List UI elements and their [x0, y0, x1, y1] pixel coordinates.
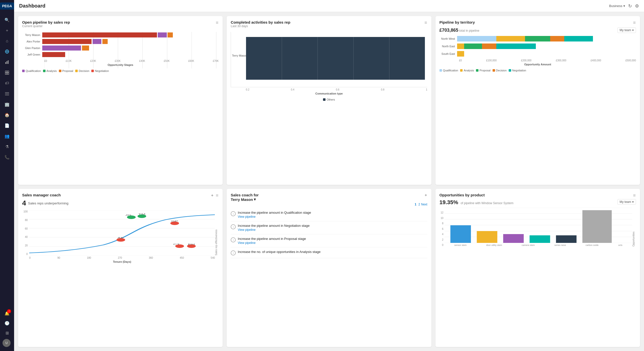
- user-avatar[interactable]: U: [3, 339, 11, 347]
- next-link[interactable]: Next: [421, 203, 427, 206]
- y-label: 40: [22, 236, 28, 238]
- coaching-text: Increase the pipeline amount in Proposal…: [238, 237, 306, 241]
- bar-jeff-green: Jeff Green: [22, 52, 219, 57]
- legend-color: [493, 69, 495, 72]
- card-pipeline-territory: Pipeline by territory ≡ £703,865 total i…: [435, 16, 640, 185]
- y-label: 12: [439, 211, 444, 214]
- opp-team-selector[interactable]: My team ▾: [617, 199, 636, 205]
- coach-count: 4: [22, 199, 26, 207]
- legend-negotiation: Negotiation: [509, 69, 526, 72]
- territory-chart: North West North East: [439, 36, 636, 57]
- sidebar-icon-list[interactable]: [3, 89, 12, 98]
- team-label: My team: [620, 200, 631, 204]
- opp-title: Opportunities by product: [439, 193, 485, 197]
- open-pipeline-menu[interactable]: ≡: [216, 20, 219, 25]
- rep-name: Terry Mason: [231, 197, 253, 202]
- sidebar-icon-clock[interactable]: 🕐: [3, 319, 12, 328]
- info-icon: i: [231, 211, 236, 216]
- bar-track: [42, 52, 219, 57]
- sidebar-icon-bell[interactable]: 🔔 7: [3, 309, 12, 318]
- territory-bar: [457, 36, 636, 41]
- page-2-link[interactable]: 2: [418, 203, 420, 206]
- business-selector[interactable]: Business ▾: [609, 4, 625, 8]
- pipeline-total-label: total in pipeline: [459, 29, 479, 32]
- x-label: sensor stem: [454, 244, 467, 246]
- x-label: £100,000: [486, 59, 497, 62]
- pipeline-total: £703,865: [439, 28, 458, 33]
- legend-color: [509, 69, 511, 72]
- legend-color: [91, 70, 94, 72]
- sidebar-icon-building[interactable]: 🏢: [3, 100, 12, 109]
- opp-menu[interactable]: ≡: [633, 193, 636, 198]
- sidebar-icon-people[interactable]: 👥: [3, 131, 12, 141]
- completed-legend: Others: [231, 98, 427, 101]
- legend-label: Negotiation: [95, 69, 109, 72]
- bar-terry-mason: Terry Mason: [22, 32, 219, 37]
- x-label: £30K: [115, 60, 120, 62]
- sidebar-icon-flask[interactable]: ⚗: [3, 142, 12, 151]
- sidebar-icon-grid[interactable]: [3, 68, 12, 77]
- x-label: 1: [426, 88, 427, 91]
- sidebar-icon-globe[interactable]: [3, 47, 12, 56]
- x-label: £20K: [90, 60, 96, 62]
- team-selector[interactable]: My team ▾: [617, 27, 636, 33]
- view-pipeline-link[interactable]: View pipeline: [238, 241, 306, 245]
- territory-north-west: North West: [439, 36, 636, 41]
- svg-rect-7: [7, 71, 9, 72]
- coach-header: 4 Sales reps underperforming: [22, 199, 219, 207]
- sidebar: PEGA 🔍 ＋ ⌂ 🏷 🏢 🏠 📄 👥 ⚗ 📞 🔔 7 🕐 ⊞ U: [0, 0, 14, 351]
- territory-segment: [496, 43, 536, 49]
- coach-menu[interactable]: ≡: [216, 193, 219, 198]
- coach-for-name[interactable]: Terry Mason ▾: [231, 197, 259, 202]
- pipeline-territory-menu[interactable]: ≡: [633, 20, 636, 25]
- y-label: 8: [439, 222, 444, 225]
- close-icon[interactable]: ✦: [424, 193, 427, 198]
- page-1-link[interactable]: 1: [415, 203, 417, 206]
- coach-settings-icon[interactable]: ✦: [211, 193, 214, 198]
- sidebar-icon-house[interactable]: 🏠: [3, 110, 12, 119]
- pipeline-territory-title: Pipeline by territory: [439, 20, 475, 24]
- rep-label: Alex Porter: [22, 40, 42, 43]
- sidebar-icon-search[interactable]: 🔍: [3, 15, 12, 24]
- legend-label: Qualification: [443, 69, 458, 72]
- territory-south-east: South East: [439, 51, 636, 57]
- legend-proposal: Proposal: [59, 69, 73, 72]
- sidebar-icon-barchart[interactable]: [3, 58, 12, 67]
- sidebar-icon-phone[interactable]: 📞: [3, 153, 12, 162]
- rep-label: Jeff Green: [22, 53, 42, 56]
- refresh-icon[interactable]: ↻: [628, 3, 632, 9]
- svg-rect-6: [5, 71, 7, 72]
- coaching-item-2: i Increase the pipeline amount in Negoti…: [231, 221, 427, 234]
- legend-qualification: Qualification: [439, 69, 458, 72]
- territory-segment: [525, 36, 550, 41]
- territory-segment: [457, 51, 464, 57]
- territory-label: North West: [439, 37, 457, 40]
- territory-bar: [457, 51, 636, 57]
- settings-icon[interactable]: ⚙: [635, 3, 639, 9]
- legend-color: [75, 70, 78, 72]
- header-right: Business ▾ ↻ ⚙: [609, 3, 639, 9]
- page-title: Dashboard: [19, 3, 45, 9]
- svg-rect-9: [7, 73, 9, 74]
- x-label: carbon oxide: [586, 244, 599, 246]
- sidebar-icon-add[interactable]: ＋: [3, 26, 12, 35]
- x-label: 0.4: [291, 88, 294, 91]
- territory-segment: [482, 43, 496, 49]
- view-pipeline-link[interactable]: View pipeline: [238, 228, 309, 232]
- view-pipeline-link[interactable]: View pipeline: [238, 215, 311, 218]
- x-label: 450: [180, 256, 184, 259]
- bar-alex-porter: Alex Porter: [22, 39, 219, 44]
- svg-rect-4: [7, 61, 7, 64]
- x-label: 360: [149, 256, 153, 259]
- sidebar-icon-home[interactable]: ⌂: [3, 36, 12, 46]
- dashboard-grid: Open pipeline by sales rep Current quart…: [14, 12, 644, 351]
- sidebar-icon-apps[interactable]: ⊞: [3, 328, 12, 337]
- sidebar-icon-tag[interactable]: 🏷: [3, 79, 12, 88]
- chevron-down-icon: ▾: [632, 28, 634, 32]
- sidebar-icon-docs[interactable]: 📄: [3, 121, 12, 130]
- legend-label: Proposal: [479, 69, 490, 72]
- y-label: 10: [439, 217, 444, 220]
- completed-menu[interactable]: ≡: [424, 20, 427, 25]
- coaching-text: Increase the pipeline amount in Qualific…: [238, 211, 311, 214]
- open-pipeline-subtitle: Current quarter: [22, 24, 70, 28]
